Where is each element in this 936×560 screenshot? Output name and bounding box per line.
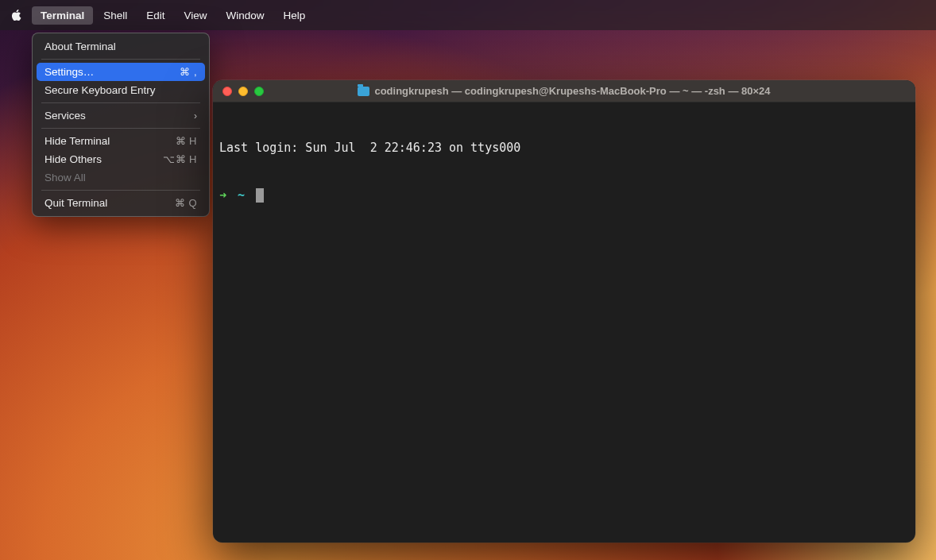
menu-item-label: Settings… bbox=[44, 66, 94, 78]
menu-item-label: Quit Terminal bbox=[44, 197, 107, 209]
apple-menu-icon[interactable] bbox=[8, 6, 25, 24]
terminal-cursor bbox=[256, 188, 264, 203]
terminal-line: Last login: Sun Jul 2 22:46:23 on ttys00… bbox=[219, 140, 909, 156]
menu-item-label: About Terminal bbox=[44, 41, 116, 52]
menu-edit[interactable]: Edit bbox=[137, 6, 173, 25]
menubar: Terminal Shell Edit View Window Help bbox=[0, 0, 936, 30]
menu-shortcut: ⌘ H bbox=[176, 135, 198, 147]
traffic-lights bbox=[222, 87, 264, 96]
desktop: Terminal Shell Edit View Window Help Abo… bbox=[0, 0, 936, 560]
terminal-body[interactable]: Last login: Sun Jul 2 22:46:23 on ttys00… bbox=[213, 102, 915, 543]
menu-shortcut: ⌘ Q bbox=[175, 197, 197, 209]
menu-secure-keyboard[interactable]: Secure Keyboard Entry bbox=[37, 81, 205, 99]
menu-separator bbox=[41, 102, 200, 103]
menu-shell[interactable]: Shell bbox=[95, 6, 136, 25]
menu-show-all: Show All bbox=[37, 168, 205, 187]
menu-item-label: Secure Keyboard Entry bbox=[44, 84, 156, 96]
menu-item-label: Services bbox=[44, 110, 86, 122]
chevron-right-icon: › bbox=[194, 110, 197, 122]
zoom-button[interactable] bbox=[254, 87, 264, 96]
menu-hide-terminal[interactable]: Hide Terminal ⌘ H bbox=[37, 132, 205, 150]
menu-item-label: Hide Others bbox=[44, 153, 102, 165]
window-title-text: codingkrupesh — codingkrupesh@Krupeshs-M… bbox=[374, 85, 770, 97]
menu-separator bbox=[41, 128, 200, 129]
menu-shortcut: ⌘ , bbox=[180, 66, 197, 78]
window-titlebar[interactable]: codingkrupesh — codingkrupesh@Krupeshs-M… bbox=[213, 80, 915, 102]
menu-separator bbox=[41, 190, 200, 191]
menu-about-terminal[interactable]: About Terminal bbox=[37, 37, 205, 56]
prompt-arrow-icon: ➜ bbox=[219, 187, 226, 203]
menu-window[interactable]: Window bbox=[218, 6, 273, 25]
menu-help[interactable]: Help bbox=[275, 6, 315, 25]
prompt-cwd: ~ bbox=[238, 187, 245, 203]
window-title: codingkrupesh — codingkrupesh@Krupeshs-M… bbox=[213, 85, 915, 97]
menu-item-label: Hide Terminal bbox=[44, 135, 110, 147]
menu-quit-terminal[interactable]: Quit Terminal ⌘ Q bbox=[37, 194, 205, 212]
terminal-menu-dropdown: About Terminal Settings… ⌘ , Secure Keyb… bbox=[32, 33, 210, 217]
menu-separator bbox=[41, 59, 200, 60]
minimize-button[interactable] bbox=[238, 87, 248, 96]
menu-shortcut: ⌥⌘ H bbox=[163, 153, 197, 165]
folder-icon bbox=[358, 87, 369, 96]
menu-services[interactable]: Services › bbox=[37, 106, 205, 125]
terminal-prompt: ➜ ~ bbox=[219, 187, 909, 203]
menu-hide-others[interactable]: Hide Others ⌥⌘ H bbox=[37, 150, 205, 168]
terminal-window[interactable]: codingkrupesh — codingkrupesh@Krupeshs-M… bbox=[213, 80, 915, 543]
menu-view[interactable]: View bbox=[176, 6, 216, 25]
close-button[interactable] bbox=[222, 87, 232, 96]
menu-terminal[interactable]: Terminal bbox=[32, 6, 93, 25]
menu-item-label: Show All bbox=[44, 172, 86, 183]
menu-settings[interactable]: Settings… ⌘ , bbox=[37, 63, 205, 81]
